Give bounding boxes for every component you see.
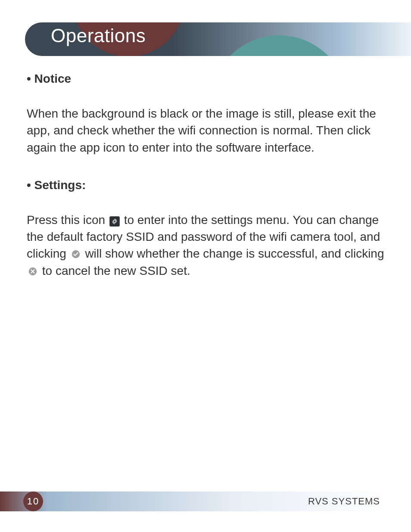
settings-text-a: Press this icon	[27, 213, 109, 227]
settings-body: Press this icon to enter into the settin…	[27, 212, 389, 279]
page-footer-band: 10 RVS SYSTEMS	[0, 492, 393, 511]
svg-point-1	[114, 221, 115, 222]
cancel-icon	[28, 266, 38, 277]
page-number: 10	[23, 492, 43, 511]
notice-body: When the background is black or the imag…	[27, 105, 389, 156]
settings-text-d: to cancel the new SSID set.	[42, 264, 190, 277]
settings-heading: • Settings:	[27, 177, 389, 193]
checkmark-icon	[71, 249, 81, 259]
notice-heading: • Notice	[27, 70, 389, 87]
settings-text-c: will show whether the change is successf…	[85, 247, 384, 260]
header-decor-arc-teal	[210, 35, 348, 56]
gear-icon	[109, 216, 120, 227]
footer-brand: RVS SYSTEMS	[308, 496, 380, 507]
page-content: • Notice When the background is black or…	[27, 67, 389, 288]
page-title: Operations	[51, 25, 146, 47]
page-header-band: Operations	[25, 22, 411, 56]
